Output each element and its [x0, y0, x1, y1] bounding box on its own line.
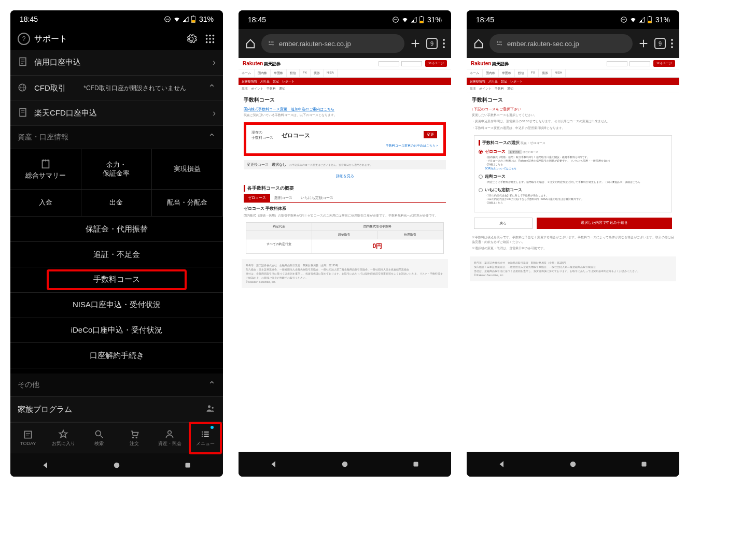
family-icon [205, 403, 216, 416]
back-icon[interactable] [269, 460, 278, 469]
clock: 18:45 [476, 16, 494, 24]
battery-pct: 31% [655, 16, 670, 24]
url-bar[interactable]: ember.rakuten-sec.co.jp [489, 34, 633, 53]
apps-grid-icon[interactable] [204, 33, 216, 45]
cell-pl[interactable]: 実現損益 [152, 149, 223, 190]
tab-search[interactable]: 検索 [81, 423, 117, 453]
search-code[interactable] [379, 61, 399, 66]
search-name[interactable] [401, 61, 422, 66]
wifi-icon [629, 16, 637, 23]
btn-transfer[interactable]: 保証金・代用振替 [10, 217, 223, 242]
row-credit-account[interactable]: 信用口座申込 › [10, 50, 223, 76]
row-rakuten-cfd[interactable]: 楽天CFD口座申込 › [10, 101, 223, 126]
url-bar[interactable]: ember.rakuten-sec.co.jp [261, 34, 404, 53]
search-code[interactable] [607, 61, 627, 66]
overflow-menu-icon[interactable] [671, 39, 673, 48]
tab-zero[interactable]: ゼロコース [244, 194, 270, 202]
tab-today[interactable]: TODAY [10, 423, 46, 453]
svg-point-57 [342, 462, 348, 467]
course-select-panel: 手数料コースの選択 現在：ゼロコース ゼロコース おすすめ 現在のコース ・国内… [474, 135, 672, 212]
tab-switcher[interactable]: 9 [426, 38, 438, 49]
gear-icon[interactable] [186, 33, 197, 45]
svg-point-29 [212, 407, 214, 408]
svg-rect-24 [42, 161, 49, 168]
section-overview: 各手数料コースの概要 [244, 185, 446, 192]
site-settings-icon [496, 40, 503, 47]
home-icon[interactable] [568, 460, 578, 469]
row-cfd[interactable]: CFD取引 *CFD取引口座が開設されていません ⌃ [10, 76, 223, 101]
cell-summary[interactable]: 総合サマリー [10, 149, 81, 190]
back-icon[interactable] [497, 460, 507, 469]
section-assets[interactable]: 資産・口座情報 ⌃ [10, 126, 223, 149]
submit-button[interactable]: 選択した内容で申込み手続き [537, 218, 672, 229]
change-button[interactable]: 変更 [424, 131, 437, 138]
detail-link[interactable]: 詳細を見る [239, 171, 451, 181]
change-link[interactable]: 手数料コース変更のお申込はこちら > [251, 144, 438, 148]
back-icon[interactable] [41, 461, 50, 470]
tab-day[interactable]: いちにち定額コース [297, 194, 338, 202]
mypage-button[interactable]: マイページ [653, 60, 675, 67]
search-icon [94, 429, 104, 439]
family-label: 家族プログラム [18, 405, 72, 414]
btn-nisa[interactable]: NISA口座申込・受付状況 [10, 293, 223, 318]
cfd-label: CFD取引 [34, 83, 66, 93]
recent-icon[interactable] [639, 460, 649, 469]
globe-icon [18, 83, 29, 94]
svg-point-35 [132, 437, 134, 438]
cell-withdraw[interactable]: 出金 [81, 190, 152, 217]
recent-icon[interactable] [183, 461, 192, 470]
home-icon[interactable] [112, 461, 121, 470]
opt2-desc: ・約定ごとに手数料が発生します。信用取引の場合、１注文の約定代金に対して手数料が… [485, 180, 667, 184]
app-header: ? サポート [10, 28, 223, 50]
chevron-up-icon: ⌃ [208, 82, 216, 94]
recent-icon[interactable] [411, 460, 421, 469]
option-day[interactable]: いちにち定額コース ・1日の約定代金合計額に対して手数料が発生します。 ・1日の… [479, 187, 667, 205]
svg-point-12 [209, 41, 211, 44]
new-tab-icon[interactable] [410, 38, 421, 49]
menu-list-icon [200, 429, 211, 439]
tab-order[interactable]: 注文 [117, 423, 152, 453]
system-nav [467, 452, 679, 477]
footer-disclaimer: 商号等：楽天証券株式会社 金融商品取引業者 関東財務局長（金商）第195号 加入… [470, 256, 676, 281]
btn-ideco[interactable]: iDeCo口座申込・受付状況 [10, 318, 223, 343]
rakuten-header: Rakuten楽天証券 マイページ [239, 58, 451, 69]
btn-close-account[interactable]: 口座解約手続き [10, 343, 223, 368]
home-icon[interactable] [340, 460, 349, 469]
tab-assets[interactable]: 資産・照会 [152, 423, 187, 453]
svg-rect-63 [649, 16, 651, 17]
tab-switcher[interactable]: 9 [654, 38, 666, 49]
section-other[interactable]: その他 ⌃ [10, 374, 223, 397]
search-name[interactable] [629, 61, 650, 66]
cell-margin[interactable]: 余力・ 保証金率 [81, 149, 152, 190]
row-family[interactable]: 家族プログラム [10, 397, 223, 422]
support-icon[interactable]: ? [18, 33, 30, 45]
cell-deposit[interactable]: 入金 [10, 190, 81, 217]
back-button[interactable]: 戻る [474, 218, 533, 229]
summary-label: 総合サマリー [25, 171, 66, 180]
tab-super[interactable]: 超割コース [270, 194, 297, 202]
td-amount: すべての約定代金 [246, 239, 312, 253]
home-icon[interactable] [245, 38, 256, 49]
tab-menu[interactable]: メニュー [188, 423, 223, 453]
new-tab-icon[interactable] [638, 38, 649, 49]
document-icon [18, 107, 29, 119]
btn-fee-course[interactable]: 手数料コース [10, 267, 223, 293]
cell-dividend[interactable]: 配当・分配金 [152, 190, 223, 217]
overflow-menu-icon[interactable] [443, 39, 445, 48]
btn-addmargin[interactable]: 追証・不足金 [10, 242, 223, 267]
support-label[interactable]: サポート [34, 34, 67, 45]
opt1-link[interactable]: SOR注文についてはこちら [485, 167, 516, 170]
intro-text: 現在ご契約頂いている手数料コースは、以下のコースとなります。 [239, 112, 451, 118]
rakuten-header: Rakuten楽天証券 マイページ [467, 58, 679, 69]
option-super[interactable]: 超割コース ・約定ごとに手数料が発生します。信用取引の場合、１注文の約定代金に対… [479, 174, 667, 184]
th-cash: 現物取引 [312, 231, 378, 239]
option-zero[interactable]: ゼロコース おすすめ 現在のコース ・国内株式（現物・信用）取引手数料0円！ 信… [479, 149, 667, 170]
signal-icon [639, 17, 645, 23]
info-link[interactable]: 国内株式手数料コース変更・追加申込のご案内はこちら [239, 107, 451, 112]
home-icon[interactable] [473, 38, 484, 49]
rakuten-logo[interactable]: Rakuten楽天証券 [471, 61, 509, 67]
tab-favorites[interactable]: お気に入り [46, 423, 81, 453]
battery-pct: 31% [427, 16, 442, 24]
mypage-button[interactable]: マイページ [425, 60, 447, 67]
rakuten-logo[interactable]: Rakuten楽天証券 [243, 61, 281, 67]
